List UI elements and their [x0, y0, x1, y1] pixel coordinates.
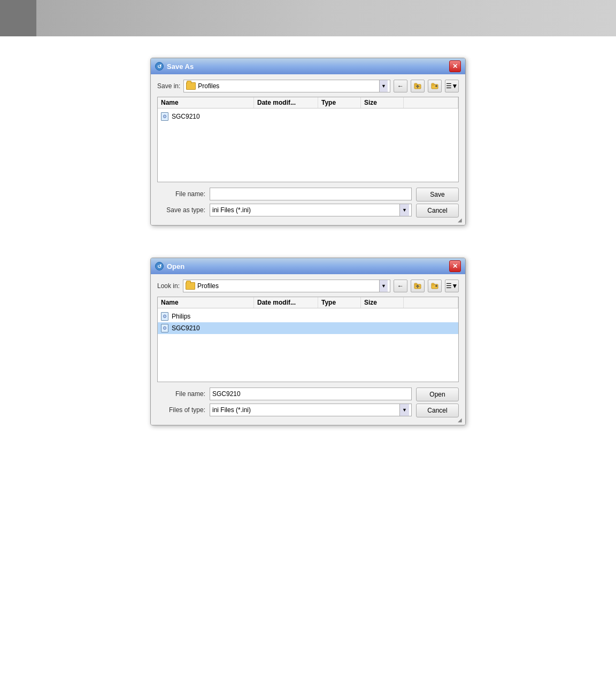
filetype-label: Save as type:	[157, 206, 205, 214]
look-in-row: Look in: Profiles ▼ ← ☰▼	[157, 280, 459, 292]
open-form-section: File name: Files of type: ini Files (*.i…	[157, 387, 459, 420]
folder-icon	[186, 282, 195, 290]
folder-icon	[186, 82, 196, 90]
save-as-form-section: File name: Save as type: ini Files (*.in…	[157, 188, 459, 220]
save-as-file-list-body: ⚙ SGC9210	[158, 108, 458, 125]
open-close-button[interactable]: ✕	[449, 260, 461, 272]
save-as-form-fields: File name: Save as type: ini Files (*.in…	[157, 188, 412, 220]
open-filename-row: File name:	[157, 387, 412, 400]
save-in-label: Save in:	[157, 82, 180, 90]
open-dialog-buttons: Open Cancel	[416, 387, 459, 417]
open-filetype-select[interactable]: ini Files (*.ini) ▼	[210, 404, 412, 416]
col-name-2[interactable]: Name	[158, 297, 254, 308]
filetype-arrow[interactable]: ▼	[399, 204, 409, 216]
top-bar-content	[36, 0, 616, 36]
file-item[interactable]: ⚙ SGC9210	[158, 111, 458, 122]
svg-rect-1	[414, 83, 417, 85]
open-filetype-value: ini Files (*.ini)	[212, 406, 399, 414]
col-size-2[interactable]: Size	[361, 297, 404, 308]
nav-back-button-2[interactable]: ←	[394, 280, 407, 292]
col-extra-2	[404, 297, 458, 308]
filetype-select[interactable]: ini Files (*.ini) ▼	[210, 204, 412, 216]
save-as-file-list: Name Date modif... Type Size ⚙ SGC9210	[157, 97, 459, 182]
save-as-close-button[interactable]: ✕	[449, 60, 461, 72]
col-type[interactable]: Type	[318, 97, 361, 108]
resize-handle-2[interactable]: ◢	[458, 417, 464, 424]
open-titlebar: ↺ Open ✕	[151, 258, 465, 274]
save-as-app-icon: ↺	[155, 62, 164, 71]
file-icon-philips: ⚙	[161, 312, 168, 321]
open-filetype-label: Files of type:	[157, 406, 205, 414]
file-item-philips[interactable]: ⚙ Philips	[158, 311, 458, 322]
filetype-row: Save as type: ini Files (*.ini) ▼	[157, 204, 412, 216]
resize-handle[interactable]: ◢	[458, 218, 464, 224]
save-button[interactable]: Save	[416, 188, 459, 201]
filename-input[interactable]	[210, 188, 412, 200]
col-date[interactable]: Date modif...	[254, 97, 318, 108]
col-size[interactable]: Size	[361, 97, 404, 108]
open-title-text: Open	[167, 262, 184, 270]
svg-rect-8	[414, 283, 417, 285]
col-type-2[interactable]: Type	[318, 297, 361, 308]
cancel-button[interactable]: Cancel	[416, 204, 459, 218]
view-options-button[interactable]: ☰▼	[445, 80, 459, 92]
up-folder-button[interactable]	[411, 80, 425, 92]
open-title-left: ↺ Open	[155, 262, 184, 270]
open-file-list: Name Date modif... Type Size ⚙ Philips ⚙…	[157, 297, 459, 382]
open-body: Look in: Profiles ▼ ← ☰▼ Name	[151, 274, 465, 425]
save-as-dialog: ↺ Save As ✕ Save in: Profiles ▼ ←	[150, 58, 466, 226]
top-bar-icon-square	[0, 0, 36, 36]
open-cancel-button[interactable]: Cancel	[416, 404, 459, 417]
open-filename-label: File name:	[157, 390, 205, 398]
look-in-arrow[interactable]: ▼	[379, 280, 388, 292]
look-in-value: Profiles	[197, 282, 377, 290]
new-folder-button[interactable]	[428, 80, 442, 92]
view-options-button-2[interactable]: ☰▼	[445, 280, 459, 292]
svg-rect-11	[432, 283, 434, 285]
save-in-arrow[interactable]: ▼	[379, 80, 388, 92]
top-bar	[0, 0, 616, 36]
filetype-value: ini Files (*.ini)	[212, 206, 399, 214]
look-in-label: Look in:	[157, 282, 180, 290]
up-folder-button-2[interactable]	[411, 280, 425, 292]
col-date-2[interactable]: Date modif...	[254, 297, 318, 308]
file-name-sgc9210: SGC9210	[172, 324, 200, 332]
open-file-list-header: Name Date modif... Type Size	[158, 297, 458, 308]
save-in-value: Profiles	[198, 82, 377, 90]
save-in-row: Save in: Profiles ▼ ← ☰▼	[157, 80, 459, 92]
filename-label: File name:	[157, 190, 205, 198]
filename-row: File name:	[157, 188, 412, 200]
open-filename-input[interactable]	[210, 387, 412, 400]
open-dialog: ↺ Open ✕ Look in: Profiles ▼ ←	[150, 258, 466, 425]
save-as-buttons: Save Cancel	[416, 188, 459, 218]
col-extra	[404, 97, 458, 108]
save-as-title-text: Save As	[167, 63, 194, 71]
open-filetype-row: Files of type: ini Files (*.ini) ▼	[157, 404, 412, 416]
open-filetype-arrow[interactable]: ▼	[399, 404, 409, 416]
svg-rect-4	[432, 83, 434, 85]
col-name[interactable]: Name	[158, 97, 254, 108]
save-as-file-list-header: Name Date modif... Type Size	[158, 97, 458, 108]
open-form-fields: File name: Files of type: ini Files (*.i…	[157, 387, 412, 420]
file-item-sgc9210[interactable]: ⚙ SGC9210	[158, 322, 458, 334]
content-area: ↺ Save As ✕ Save in: Profiles ▼ ←	[0, 36, 616, 447]
open-app-icon: ↺	[155, 262, 164, 270]
file-name: SGC9210	[172, 113, 200, 120]
save-as-titlebar: ↺ Save As ✕	[151, 58, 465, 74]
save-as-body: Save in: Profiles ▼ ← ☰▼ Name	[151, 74, 465, 225]
new-folder-button-2[interactable]	[428, 280, 442, 292]
save-as-title-left: ↺ Save As	[155, 62, 194, 71]
file-icon: ⚙	[161, 112, 168, 121]
look-in-dropdown[interactable]: Profiles ▼	[183, 280, 390, 292]
save-in-dropdown[interactable]: Profiles ▼	[183, 80, 390, 92]
file-icon-sgc9210: ⚙	[161, 324, 168, 332]
nav-back-button[interactable]: ←	[394, 80, 407, 92]
open-file-list-body: ⚙ Philips ⚙ SGC9210	[158, 308, 458, 336]
file-name-philips: Philips	[172, 313, 190, 320]
open-button[interactable]: Open	[416, 387, 459, 401]
